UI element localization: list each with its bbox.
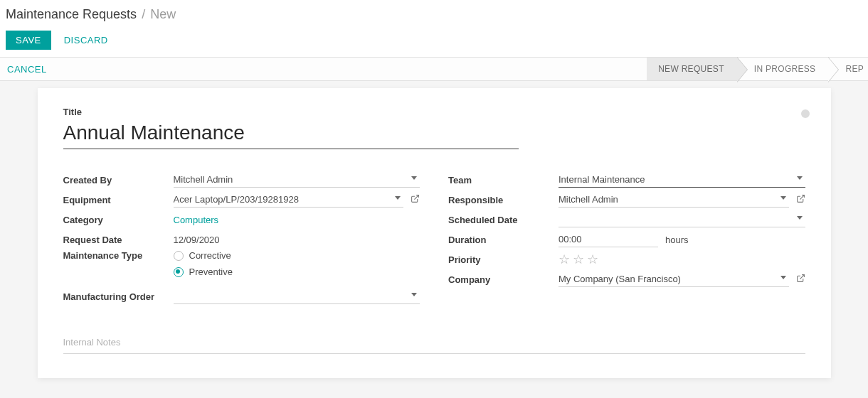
title-input[interactable] — [63, 120, 519, 149]
team-input[interactable] — [559, 172, 805, 188]
external-link-icon[interactable] — [411, 194, 420, 205]
manufacturing-order-input[interactable] — [174, 289, 420, 304]
duration-suffix: hours — [665, 235, 689, 245]
svg-line-1 — [800, 195, 804, 200]
duration-label: Duration — [448, 235, 559, 245]
equipment-input[interactable] — [174, 192, 404, 208]
stage-new-request[interactable]: NEW REQUEST — [647, 58, 737, 80]
chevron-down-icon[interactable] — [780, 196, 786, 200]
star-icon[interactable]: ☆ — [559, 252, 570, 267]
discard-button[interactable]: DISCARD — [64, 35, 108, 45]
cancel-button[interactable]: CANCEL — [7, 64, 47, 75]
manufacturing-order-label: Manufacturing Order — [63, 291, 174, 302]
external-link-icon[interactable] — [796, 274, 805, 285]
responsible-label: Responsible — [448, 195, 559, 205]
priority-label: Priority — [448, 254, 559, 265]
breadcrumb-main[interactable]: Maintenance Requests — [6, 7, 137, 21]
chevron-down-icon[interactable] — [411, 176, 417, 180]
external-link-icon[interactable] — [796, 194, 805, 205]
chevron-down-icon[interactable] — [797, 176, 803, 180]
responsible-input[interactable] — [559, 192, 789, 208]
save-button[interactable]: SAVE — [6, 31, 51, 50]
stage-in-progress[interactable]: IN PROGRESS — [737, 58, 829, 80]
chevron-down-icon[interactable] — [780, 276, 786, 279]
chevron-down-icon[interactable] — [395, 196, 401, 200]
team-label: Team — [448, 175, 559, 185]
radio-icon — [174, 267, 184, 277]
title-label: Title — [63, 107, 805, 117]
svg-line-2 — [800, 275, 804, 279]
star-icon[interactable]: ☆ — [573, 252, 584, 267]
request-date-label: Request Date — [63, 235, 174, 245]
category-link[interactable]: Computers — [174, 213, 219, 227]
svg-line-0 — [414, 195, 418, 200]
kanban-state-dot[interactable] — [801, 109, 810, 118]
duration-input[interactable] — [559, 232, 658, 247]
created-by-label: Created By — [63, 175, 174, 185]
company-input[interactable] — [559, 271, 789, 287]
request-date-value: 12/09/2020 — [174, 232, 220, 247]
internal-notes-input[interactable]: Internal Notes — [63, 337, 805, 354]
star-icon[interactable]: ☆ — [587, 252, 598, 267]
created-by-input[interactable] — [174, 172, 420, 188]
radio-corrective[interactable]: Corrective — [174, 250, 233, 261]
radio-icon — [174, 251, 184, 261]
scheduled-date-input[interactable] — [559, 212, 805, 227]
chevron-down-icon[interactable] — [797, 216, 803, 220]
breadcrumb-sub: New — [150, 7, 176, 21]
chevron-down-icon[interactable] — [411, 293, 417, 296]
radio-preventive[interactable]: Preventive — [174, 267, 233, 277]
maintenance-type-label: Maintenance Type — [63, 250, 174, 261]
category-label: Category — [63, 215, 174, 225]
scheduled-date-label: Scheduled Date — [448, 215, 559, 225]
breadcrumb: Maintenance Requests / New — [0, 0, 868, 28]
company-label: Company — [448, 274, 559, 285]
equipment-label: Equipment — [63, 195, 174, 205]
